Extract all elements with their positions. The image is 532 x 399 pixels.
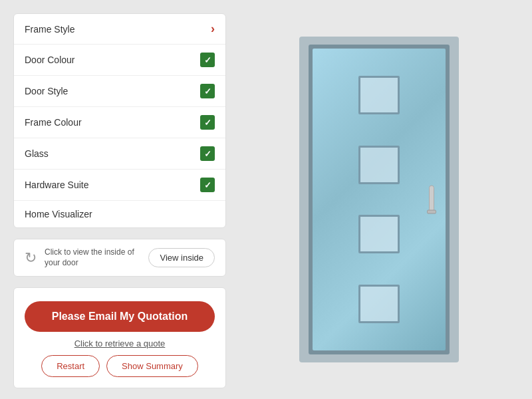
door-panel bbox=[313, 49, 446, 350]
sidebar-item-frame-colour[interactable]: Frame Colour ✓ bbox=[14, 107, 225, 138]
door-window-1 bbox=[358, 76, 400, 114]
retrieve-quote-link[interactable]: Click to retrieve a quote bbox=[74, 338, 166, 348]
check-icon-door-colour: ✓ bbox=[200, 53, 215, 67]
door-frame-outer bbox=[299, 37, 459, 362]
chevron-right-icon: › bbox=[211, 22, 215, 36]
sidebar-item-door-colour[interactable]: Door Colour ✓ bbox=[14, 45, 225, 76]
show-summary-button[interactable]: Show Summary bbox=[106, 355, 198, 377]
frame-style-label: Frame Style bbox=[25, 24, 74, 35]
left-panel: Frame Style › Door Colour ✓ Door Style ✓… bbox=[13, 13, 226, 388]
view-inside-card: ↻ Click to view the inside of your door … bbox=[13, 239, 226, 277]
handle-plate bbox=[429, 186, 434, 212]
door-frame-inner bbox=[309, 45, 450, 354]
home-visualizer-label: Home Visualizer bbox=[25, 209, 92, 219]
email-quotation-button[interactable]: Please Email My Quotation bbox=[25, 301, 215, 332]
door-window-2 bbox=[358, 146, 400, 184]
sidebar-item-glass[interactable]: Glass ✓ bbox=[14, 138, 225, 170]
door-colour-label: Door Colour bbox=[25, 55, 74, 65]
restart-button[interactable]: Restart bbox=[41, 355, 100, 377]
view-inside-text: Click to view the inside of your door bbox=[45, 247, 140, 268]
menu-card: Frame Style › Door Colour ✓ Door Style ✓… bbox=[13, 13, 226, 228]
right-panel bbox=[239, 13, 519, 386]
glass-label: Glass bbox=[25, 148, 49, 159]
sidebar-item-frame-style[interactable]: Frame Style › bbox=[14, 14, 225, 45]
quotation-card: Please Email My Quotation Click to retri… bbox=[13, 287, 226, 388]
sidebar-item-hardware-suite[interactable]: Hardware Suite ✓ bbox=[14, 170, 225, 201]
handle-bar bbox=[427, 210, 436, 214]
door-window-4 bbox=[358, 285, 400, 323]
door-handle bbox=[427, 186, 436, 214]
refresh-icon: ↻ bbox=[25, 249, 37, 267]
check-icon-glass: ✓ bbox=[200, 146, 215, 161]
frame-colour-label: Frame Colour bbox=[25, 117, 82, 128]
door-visualization bbox=[286, 27, 472, 372]
view-inside-button[interactable]: View inside bbox=[148, 248, 215, 267]
sidebar-item-door-style[interactable]: Door Style ✓ bbox=[14, 76, 225, 107]
check-icon-hardware-suite: ✓ bbox=[200, 178, 215, 192]
door-window-3 bbox=[358, 215, 400, 253]
sidebar-item-home-visualizer[interactable]: Home Visualizer bbox=[14, 201, 225, 227]
bottom-buttons: Restart Show Summary bbox=[25, 355, 215, 377]
main-container: Frame Style › Door Colour ✓ Door Style ✓… bbox=[0, 0, 532, 399]
check-icon-door-style: ✓ bbox=[200, 84, 215, 98]
check-icon-frame-colour: ✓ bbox=[200, 115, 215, 130]
hardware-suite-label: Hardware Suite bbox=[25, 180, 89, 190]
door-style-label: Door Style bbox=[25, 86, 68, 96]
